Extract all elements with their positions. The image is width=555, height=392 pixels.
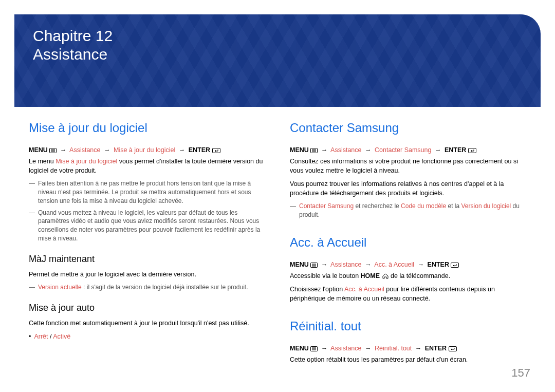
home-icon	[382, 273, 389, 279]
svg-rect-4	[212, 148, 220, 153]
nav-assistance: Assistance	[330, 345, 361, 352]
nav-path-software-update: MENU → Assistance → Mise à jour du logic…	[29, 145, 265, 155]
note-text: ― Version actuelle : il s'agit de la ver…	[29, 283, 265, 292]
arrow-icon: →	[435, 146, 441, 154]
enter-icon	[449, 346, 457, 351]
menu-icon	[310, 263, 318, 268]
arrow-icon: →	[321, 345, 328, 352]
section-software-update-title: Mise à jour du logiciel	[29, 119, 265, 137]
section-contact-title: Contacter Samsung	[290, 119, 526, 137]
arrow-icon: →	[415, 345, 422, 352]
page: Chapitre 12 Assistance Mise à jour du lo…	[0, 0, 555, 392]
menu-label: MENU	[290, 345, 309, 352]
section-home-title: Acc. à Accueil	[290, 234, 526, 252]
subsection-update-now-title: MàJ maintenant	[29, 252, 265, 266]
arrow-icon: →	[365, 146, 372, 154]
nav-contact: Contacter Samsung	[375, 146, 431, 154]
svg-rect-9	[468, 148, 476, 153]
svg-rect-14	[451, 263, 459, 267]
auto-update-desc: Cette fonction met automatiquement à jou…	[29, 319, 265, 328]
nav-path-contact: MENU → Assistance → Contacter Samsung → …	[290, 145, 526, 155]
arrow-icon: →	[418, 261, 424, 268]
update-now-desc: Permet de mettre à jour le logiciel avec…	[29, 270, 265, 279]
nav-assistance: Assistance	[330, 261, 361, 268]
option-list: • Arrêt / Activé	[29, 332, 265, 341]
right-column: Contacter Samsung MENU → Assistance → Co…	[290, 119, 526, 368]
note-text: ― Quand vous mettez à niveau le logiciel…	[29, 209, 265, 243]
enter-icon	[451, 263, 459, 268]
menu-icon	[310, 346, 318, 351]
page-number: 157	[511, 366, 530, 380]
svg-rect-19	[449, 347, 456, 351]
arrow-icon: →	[365, 345, 372, 352]
nav-assistance: Assistance	[330, 146, 361, 154]
contact-p1: Consultez ces informations si votre prod…	[290, 157, 526, 175]
note-dash-icon: ―	[290, 202, 296, 219]
chapter-banner: Chapitre 12 Assistance	[14, 14, 541, 107]
note-text: ― Faites bien attention à ne pas mettre …	[29, 179, 265, 205]
arrow-icon: →	[60, 146, 67, 154]
subsection-auto-update-title: Mise à jour auto	[29, 301, 265, 314]
bullet-icon: •	[29, 332, 31, 341]
arrow-icon: →	[365, 261, 372, 268]
menu-label: MENU	[290, 146, 309, 154]
arrow-icon: →	[104, 146, 110, 154]
nav-path-home: MENU → Assistance → Acc. à Accueil → ENT…	[290, 260, 526, 269]
arrow-icon: →	[179, 146, 186, 154]
contact-p2: Vous pourrez trouver les informations re…	[290, 179, 526, 198]
arrow-icon: →	[321, 146, 328, 154]
chapter-heading: Chapitre 12 Assistance	[33, 27, 522, 64]
reset-p1: Cette option rétablit tous les paramètre…	[290, 355, 526, 364]
menu-label: MENU	[29, 146, 48, 154]
enter-icon	[212, 148, 220, 153]
note-dash-icon: ―	[29, 283, 35, 292]
software-update-intro: Le menu Mise à jour du logiciel vous per…	[29, 157, 265, 175]
nav-path-reset: MENU → Assistance → Réinitial. tout → EN…	[290, 344, 526, 353]
section-reset-title: Réinitial. tout	[290, 318, 526, 335]
nav-software-update: Mise à jour du logiciel	[114, 146, 175, 154]
chapter-number: Chapitre 12	[33, 27, 113, 44]
content-columns: Mise à jour du logiciel MENU → Assistanc…	[14, 107, 541, 368]
menu-icon	[310, 148, 318, 153]
enter-label: ENTER	[189, 146, 210, 154]
menu-icon	[49, 148, 57, 153]
enter-label: ENTER	[425, 345, 447, 352]
enter-icon	[468, 148, 476, 153]
note-dash-icon: ―	[29, 209, 35, 243]
nav-assistance: Assistance	[69, 146, 100, 154]
note-text: ― Contacter Samsung et recherchez le Cod…	[290, 202, 526, 219]
enter-label: ENTER	[428, 261, 449, 268]
arrow-icon: →	[321, 261, 328, 268]
nav-reset: Réinitial. tout	[375, 345, 412, 352]
enter-label: ENTER	[445, 146, 466, 154]
chapter-title: Assistance	[33, 46, 107, 63]
menu-label: MENU	[290, 261, 309, 268]
nav-home: Acc. à Accueil	[374, 261, 414, 268]
left-column: Mise à jour du logiciel MENU → Assistanc…	[29, 119, 265, 368]
home-p2: Choisissez l'option Acc. à Accueil pour …	[290, 285, 526, 303]
note-dash-icon: ―	[29, 179, 35, 205]
home-p1: Accessible via le bouton HOME de la télé…	[290, 271, 526, 281]
